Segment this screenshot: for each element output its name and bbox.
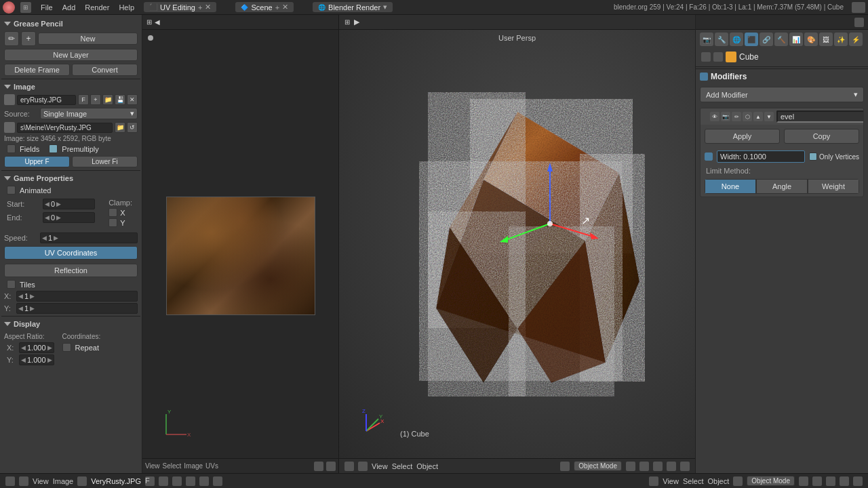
clamp-x-checkbox[interactable] <box>108 208 117 217</box>
image-path-field[interactable]: s\Meine\VeryRusty.JPG <box>17 123 113 133</box>
new-layer-button[interactable]: New Layer <box>4 49 138 61</box>
viewport-content[interactable]: User Persp <box>339 30 695 458</box>
status-icon3[interactable] <box>159 476 168 486</box>
status-icon12[interactable] <box>826 476 835 486</box>
scene-tab[interactable]: 🔷 Scene + ✕ <box>235 2 294 12</box>
status-icon7[interactable] <box>213 476 222 486</box>
scene-add-icon[interactable]: + <box>275 3 279 12</box>
status-select-3d-label[interactable]: Select <box>683 477 704 485</box>
start-right-arrow[interactable]: ▶ <box>56 201 61 207</box>
rp-tab-material[interactable]: 🎨 <box>804 33 818 46</box>
vp-icon5[interactable] <box>639 462 649 471</box>
image-path-reload-btn[interactable]: ↺ <box>127 122 138 133</box>
rp-tab-world[interactable]: 🌐 <box>730 33 743 46</box>
uv-image-label[interactable]: Image <box>184 462 203 470</box>
rp-tab-scene[interactable]: 🔧 <box>715 33 728 46</box>
image-close-btn[interactable]: ✕ <box>127 94 138 105</box>
repeat-checkbox[interactable] <box>62 343 71 352</box>
modifier-collapse-icon[interactable]: ▼ <box>764 112 774 121</box>
modifier-edit-icon[interactable]: ✏ <box>732 112 741 121</box>
speed-left-arrow[interactable]: ◀ <box>42 235 47 241</box>
pencil-add-btn[interactable]: + <box>21 31 36 46</box>
status-view-3d-label[interactable]: View <box>663 477 679 485</box>
end-left-arrow[interactable]: ◀ <box>45 214 50 221</box>
object-mode-btn[interactable]: Object Mode <box>574 461 622 471</box>
menu-file[interactable]: File <box>37 3 57 12</box>
start-left-arrow[interactable]: ◀ <box>45 201 50 207</box>
modifier-expand-icon[interactable]: ▲ <box>753 112 763 121</box>
modifier-name-input[interactable]: evel <box>776 110 864 123</box>
vp-icon2[interactable] <box>358 462 368 471</box>
aspect-y-right[interactable]: ▶ <box>47 357 52 363</box>
rp-tab-modifiers[interactable]: 🔨 <box>774 33 788 46</box>
image-folder-btn[interactable]: 📁 <box>102 94 113 105</box>
reflection-button[interactable]: Reflection <box>4 264 138 277</box>
rp-tab-physics[interactable]: ⚡ <box>849 33 863 46</box>
end-right-arrow[interactable]: ▶ <box>56 214 61 221</box>
menu-add[interactable]: Add <box>58 3 80 12</box>
fields-checkbox[interactable] <box>7 144 16 153</box>
rp-icon1[interactable] <box>854 18 864 27</box>
aspect-y-left[interactable]: ◀ <box>21 357 26 363</box>
rp-tab-particles[interactable]: ✨ <box>834 33 848 46</box>
modifiers-check[interactable] <box>700 73 708 81</box>
x-tiles-left[interactable]: ◀ <box>18 293 23 300</box>
limit-none-btn[interactable]: None <box>705 179 756 194</box>
y-tiles-left[interactable]: ◀ <box>18 305 23 312</box>
uv-editor-content[interactable]: Y X <box>142 30 338 458</box>
status-f-btn[interactable]: F <box>145 476 155 486</box>
display-section[interactable]: Display <box>1 318 140 330</box>
status-icon11[interactable] <box>812 476 822 486</box>
limit-weight-btn[interactable]: Weight <box>808 179 859 194</box>
vp-icon1[interactable] <box>344 462 354 471</box>
modifier-cage-icon[interactable]: ⬡ <box>743 112 752 121</box>
uv-bottom-icon2[interactable] <box>326 462 336 471</box>
image-f-btn[interactable]: F <box>78 94 89 105</box>
rp-tab-render[interactable]: 📷 <box>700 33 713 46</box>
image-add-btn[interactable]: + <box>90 94 101 105</box>
uv-collapse-icon[interactable]: ◀ <box>155 18 160 26</box>
image-filename[interactable]: eryRusty.JPG <box>17 95 76 105</box>
editor-close-icon[interactable]: ✕ <box>205 3 211 12</box>
editor-tab[interactable]: ⬛ UV Editing + ✕ <box>144 2 216 12</box>
game-properties-section[interactable]: Game Properties <box>1 172 140 184</box>
status-icon8[interactable] <box>649 476 658 486</box>
status-icon2[interactable] <box>19 476 28 486</box>
status-icon10[interactable] <box>799 476 808 486</box>
uv-select-label[interactable]: Select <box>163 462 182 470</box>
rp-tab-object[interactable]: ⬛ <box>745 33 758 46</box>
status-icon4[interactable] <box>172 476 182 486</box>
delete-frame-button[interactable]: Delete Frame <box>4 64 70 76</box>
info-icon[interactable] <box>852 2 865 13</box>
vp-icon3[interactable] <box>560 462 570 471</box>
status-img-icon[interactable] <box>77 476 87 486</box>
status-icon5[interactable] <box>186 476 195 486</box>
status-mode-btn[interactable]: Object Mode <box>747 476 795 486</box>
uv-view-label[interactable]: View <box>145 462 160 470</box>
vp-view-menu[interactable]: View <box>372 462 388 470</box>
speed-field[interactable]: ◀ 1 ▶ <box>40 232 138 243</box>
aspect-x-left[interactable]: ◀ <box>21 344 26 351</box>
screen-layout-icon[interactable]: ⊞ <box>20 2 31 13</box>
object-chain-icon[interactable] <box>701 52 711 62</box>
status-icon1[interactable] <box>5 476 15 486</box>
apply-button[interactable]: Apply <box>705 129 780 144</box>
menu-help[interactable]: Help <box>115 3 138 12</box>
renderer-dropdown-icon[interactable]: ▾ <box>383 3 387 12</box>
image-section[interactable]: Image <box>1 81 140 93</box>
status-icon6[interactable] <box>199 476 209 486</box>
vp-select-menu[interactable]: Select <box>392 462 413 470</box>
premultiply-checkbox[interactable] <box>49 144 58 153</box>
aspect-x-right[interactable]: ▶ <box>47 344 52 351</box>
x-tiles-right[interactable]: ▶ <box>30 293 35 300</box>
aspect-y-field[interactable]: ◀ 1.000 ▶ <box>19 354 54 365</box>
uv-bottom-icon1[interactable] <box>314 462 323 471</box>
object-link-icon[interactable] <box>713 52 723 62</box>
clamp-y-checkbox[interactable] <box>108 218 117 227</box>
new-button[interactable]: New <box>38 33 138 45</box>
editor-add-icon[interactable]: + <box>198 3 202 12</box>
image-save-btn[interactable]: 💾 <box>115 94 125 105</box>
status-icon13[interactable] <box>840 476 849 486</box>
vp-icon7[interactable] <box>667 462 676 471</box>
start-field[interactable]: ◀ 0 ▶ <box>43 199 95 209</box>
